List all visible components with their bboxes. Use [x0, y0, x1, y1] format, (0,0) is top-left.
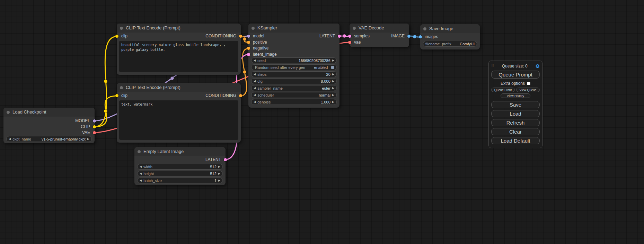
node-title: Empty Latent Image — [143, 149, 184, 154]
height-widget[interactable]: ◀ height 512 ▶ — [137, 171, 223, 177]
clip-output-port[interactable] — [93, 125, 96, 128]
node-load-checkpoint[interactable]: Load Checkpoint MODEL CLIP VAE ◀ ckpt_na… — [3, 108, 95, 143]
node-graph-canvas[interactable]: Load Checkpoint MODEL CLIP VAE ◀ ckpt_na… — [0, 0, 644, 244]
increment-icon[interactable]: ▶ — [218, 165, 220, 168]
node-clip-text-encode-negative[interactable]: CLIP Text Encode (Prompt) clip CONDITION… — [117, 83, 241, 143]
collapse-dot-icon[interactable] — [353, 27, 356, 30]
conditioning-output-port[interactable] — [239, 35, 242, 38]
decrement-icon[interactable]: ◀ — [254, 73, 256, 76]
settings-gear-icon[interactable]: ⚙ — [535, 63, 540, 69]
model-input-port[interactable] — [247, 35, 250, 38]
increment-icon[interactable]: ▶ — [332, 59, 334, 62]
latent-output-port[interactable] — [338, 35, 341, 38]
prev-value-icon[interactable]: ◀ — [9, 137, 11, 141]
decrement-icon[interactable]: ◀ — [140, 165, 142, 168]
next-value-icon[interactable]: ▶ — [332, 87, 334, 90]
latent-image-input-port[interactable] — [247, 53, 250, 56]
input-row-latent-image: latent_image — [248, 52, 339, 57]
increment-icon[interactable]: ▶ — [332, 80, 334, 83]
node-title-bar[interactable]: VAE Decode — [350, 24, 409, 33]
samples-input-port[interactable] — [348, 35, 351, 38]
ckpt-name-widget[interactable]: ◀ ckpt_name v1-5-pruned-emaonly.ckpt ▶ — [6, 136, 92, 142]
decrement-icon[interactable]: ◀ — [140, 179, 142, 182]
node-title-bar[interactable]: Load Checkpoint — [3, 108, 95, 117]
node-title-bar[interactable]: Empty Latent Image — [134, 147, 226, 156]
prev-value-icon[interactable]: ◀ — [254, 93, 256, 97]
save-button[interactable]: Save — [491, 101, 540, 108]
collapse-dot-icon[interactable] — [7, 111, 10, 114]
output-label: LATENT — [205, 157, 221, 163]
width-widget[interactable]: ◀ width 512 ▶ — [137, 164, 223, 170]
toggle-on-icon[interactable] — [331, 66, 334, 69]
images-input-port[interactable] — [419, 35, 422, 38]
queue-actions-row: Queue Front View Queue — [491, 88, 540, 92]
input-label: clip — [121, 33, 127, 39]
increment-icon[interactable]: ▶ — [218, 179, 220, 182]
node-title: VAE Decode — [359, 25, 384, 30]
node-ksampler[interactable]: KSampler model LATENT positive negative … — [248, 24, 339, 108]
image-output-port[interactable] — [407, 35, 411, 38]
collapse-dot-icon[interactable] — [120, 27, 123, 30]
node-empty-latent-image[interactable]: Empty Latent Image LATENT ◀ width 512 ▶ … — [134, 147, 226, 185]
increment-icon[interactable]: ▶ — [332, 100, 334, 103]
vae-output-port[interactable] — [93, 131, 96, 134]
refresh-button[interactable]: Refresh — [491, 119, 540, 126]
conditioning-output-port[interactable] — [239, 94, 242, 97]
collapse-dot-icon[interactable] — [252, 27, 255, 30]
seed-widget[interactable]: ◀ seed 156680208700286 ▶ — [251, 57, 337, 63]
sampler-name-widget[interactable]: ◀ sampler_name euler ▶ — [251, 85, 337, 91]
prompt-textarea[interactable]: text, watermark — [119, 100, 238, 140]
drag-handle-icon[interactable]: ⠿ — [491, 64, 494, 69]
decrement-icon[interactable]: ◀ — [254, 100, 256, 103]
load-button[interactable]: Load — [491, 110, 540, 117]
clip-input-port[interactable] — [115, 94, 118, 97]
filename-prefix-widget[interactable]: filename_prefix ComfyUI — [423, 41, 477, 47]
increment-icon[interactable]: ▶ — [218, 172, 220, 175]
decrement-icon[interactable]: ◀ — [254, 80, 256, 83]
queue-front-button[interactable]: Queue Front — [491, 88, 515, 92]
widget-value: normal — [319, 93, 330, 97]
widget-label: denoise — [257, 100, 271, 104]
steps-widget[interactable]: ◀ steps 20 ▶ — [251, 71, 337, 77]
input-row-positive: positive — [248, 39, 339, 45]
widget-label: height — [143, 172, 154, 176]
model-output-port[interactable] — [93, 119, 96, 123]
view-history-button[interactable]: View History — [501, 93, 530, 98]
node-clip-text-encode-positive[interactable]: CLIP Text Encode (Prompt) clip CONDITION… — [117, 24, 241, 75]
denoise-widget[interactable]: ◀ denoise 1.000 ▶ — [251, 99, 337, 105]
widget-value: 512 — [210, 165, 216, 169]
decrement-icon[interactable]: ◀ — [140, 172, 142, 175]
collapse-dot-icon[interactable] — [138, 150, 141, 153]
scheduler-widget[interactable]: ◀ scheduler normal ▶ — [251, 92, 337, 98]
positive-input-port[interactable] — [247, 41, 250, 44]
clear-button[interactable]: Clear — [491, 128, 540, 135]
collapse-dot-icon[interactable] — [120, 86, 123, 89]
node-title: CLIP Text Encode (Prompt) — [126, 25, 180, 30]
clip-input-port[interactable] — [115, 35, 118, 38]
prompt-textarea[interactable]: beautiful scenery nature glass bottle la… — [119, 41, 238, 72]
node-title-bar[interactable]: CLIP Text Encode (Prompt) — [117, 24, 241, 33]
node-title-bar[interactable]: KSampler — [248, 24, 339, 33]
load-default-button[interactable]: Load Default — [491, 137, 540, 144]
next-value-icon[interactable]: ▶ — [332, 93, 334, 97]
random-seed-toggle-widget[interactable]: Random seed after every gen enabled — [251, 64, 337, 70]
extra-options-checkbox[interactable] — [527, 82, 530, 85]
increment-icon[interactable]: ▶ — [332, 73, 334, 76]
view-queue-button[interactable]: View Queue — [516, 88, 540, 92]
prev-value-icon[interactable]: ◀ — [254, 87, 256, 90]
queue-prompt-button[interactable]: Queue Prompt — [491, 71, 540, 79]
negative-input-port[interactable] — [247, 47, 250, 50]
node-title-bar[interactable]: CLIP Text Encode (Prompt) — [117, 83, 241, 92]
node-title-bar[interactable]: Save Image — [420, 24, 480, 33]
decrement-icon[interactable]: ◀ — [254, 59, 256, 62]
node-save-image[interactable]: Save Image images filename_prefix ComfyU… — [420, 24, 480, 49]
latent-output-port[interactable] — [224, 158, 227, 161]
vae-input-port[interactable] — [348, 41, 351, 44]
cfg-widget[interactable]: ◀ cfg 8.000 ▶ — [251, 78, 337, 84]
next-value-icon[interactable]: ▶ — [87, 137, 89, 141]
node-vae-decode[interactable]: VAE Decode samples IMAGE vae — [350, 24, 409, 47]
collapse-dot-icon[interactable] — [423, 27, 426, 30]
wire-midpoint-dot — [343, 34, 346, 38]
wire-midpoint-dot — [104, 80, 107, 83]
batch-size-widget[interactable]: ◀ batch_size 1 ▶ — [137, 178, 223, 183]
